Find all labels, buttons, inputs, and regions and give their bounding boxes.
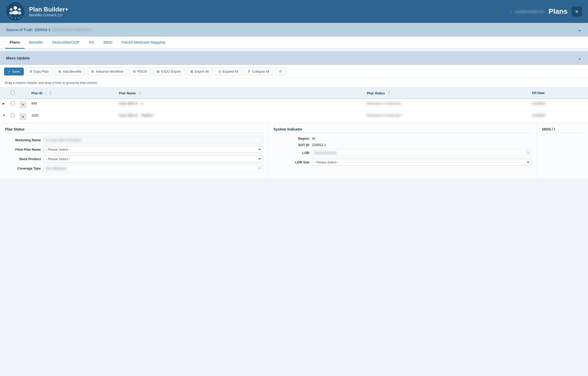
sot-expand-icon[interactable]: ⌄ [578,27,582,33]
app-header: Plan Builder+ Benefits Connect 2.0 👤 use… [0,0,588,23]
row-expand-icon[interactable]: ▶ [3,102,5,105]
tab-rx[interactable]: RX [84,36,99,49]
tab-benefits[interactable]: Benefits [24,36,47,49]
row-plan-status-cell: Released to Production [364,111,530,123]
sot-id-plain: 233553-1 [312,142,326,148]
base-product-select[interactable]: - Please Select - [43,155,263,162]
ssdu-export-button[interactable]: ⊠ SSDU Export [153,68,185,75]
collapse-all-button[interactable]: ⊼ Collapse All [244,68,273,75]
row-delete-button[interactable]: ✕ [20,113,26,120]
col-check-header [8,87,17,99]
app-logo [6,2,24,21]
plan-id-sort-icon[interactable]: ↑ [45,91,46,95]
table-header-row: Plan ID ↑ ⋮ Plan Name ⋮ Plan Status ⋮ Ef… [0,87,588,99]
advance-workflow-button[interactable]: ⚙ Advance Workflow [87,68,127,75]
plans-table-wrapper: Plan ID ↑ ⋮ Plan Name ⋮ Plan Status ⋮ Ef… [0,87,588,179]
row-delete-cell: ✕ [17,99,29,111]
expand-all-button[interactable]: ⊻ Expand All [215,68,242,75]
user-info: 👤 user@example.com [509,10,545,14]
row-expand-cell[interactable]: ▶ [0,99,8,111]
col-plan-name-header: Plan Name ⋮ [116,87,364,99]
marketing-name-value [43,137,263,144]
export-all-icon: ⊠ [190,70,193,73]
system-indicator-section: System Indicator Region HI SOT ID [268,123,537,178]
marketing-name-label: Marketing Name [5,138,41,142]
lob-sub-select[interactable]: - Please Select - [312,159,532,166]
tab-deductible[interactable]: Deductible/OOP [47,36,84,49]
toolbar: ✓ Save ⧉ Copy Plan ⊕ Add Benefits ⚙ Adva… [0,65,588,78]
system-indicator-title: System Indicator [274,127,532,133]
app-name: Plan Builder+ [29,6,68,13]
row-plan-name-cell: Gold HMO B ● [116,99,364,111]
plan-name-menu-icon[interactable]: ⋮ [137,91,143,95]
tab-plans[interactable]: Plans [5,36,24,49]
svg-point-3 [10,8,13,11]
advance-workflow-icon: ⚙ [91,70,94,73]
region-value: HI [312,137,532,140]
col-expand-header [0,87,8,99]
header-left: Plan Builder+ Benefits Connect 2.0 [6,2,68,21]
col-delete-header [17,87,29,99]
lob-value: Small Business [312,149,532,156]
save-label: Save [12,70,20,73]
add-benefits-icon: ⊕ [58,70,61,73]
menu-button[interactable]: ≡ [572,6,582,17]
plans-table: Plan ID ↑ ⋮ Plan Name ⋮ Plan Status ⋮ Ef… [0,87,588,179]
pdcr-icon: ⚙ [133,70,136,73]
plan-status-menu-icon[interactable]: ⋮ [386,91,392,95]
add-benefits-button[interactable]: ⊕ Add Benefits [55,68,85,75]
lob-label: LOB [274,151,309,155]
refresh-button[interactable]: ↺ [275,68,286,75]
sot-id-field: SOT ID 233553-1 [274,143,532,147]
row-checkbox[interactable] [11,101,15,105]
row-expand-icon[interactable]: ▼ [3,114,6,117]
lob-sub-field: LOB Sub - Please Select - [274,159,532,166]
tab-bbid[interactable]: BBID [99,36,117,49]
plan-status-section: Plan Status Marketing Name Filed Plan Na… [0,123,268,178]
coverage-type-select[interactable]: Non-Medicare [43,165,263,172]
base-product-field: Base Product - Please Select - [5,155,263,162]
header-right: 👤 user@example.com Plans ≡ [509,6,582,17]
hios-section: HIOS / I [537,123,588,178]
export-all-button[interactable]: ⊠ Export All [187,68,213,75]
expand-all-label: Expand All [223,70,238,73]
mass-update-bar: Mass Update ⌄ [0,51,588,65]
svg-point-6 [17,11,21,15]
detail-grid: Plan Status Marketing Name Filed Plan Na… [0,123,588,178]
pdcr-button[interactable]: ⚙ PDCR [129,68,151,75]
filed-plan-name-field: Filed Plan Name - Please Select - [5,146,263,153]
lob-sub-value: - Please Select - [312,159,532,166]
row-eff-date-cell: 1/1/2023 [530,111,588,123]
app-title-block: Plan Builder+ Benefits Connect 2.0 [29,6,68,17]
svg-point-2 [13,10,18,15]
row-plan-id-cell: 1000 [29,111,116,123]
tab-paired-medicare[interactable]: Paired Medicare Mapping [117,36,170,49]
row-delete-cell: ✕ [17,111,29,123]
lob-field: LOB Small Business [274,149,532,156]
expand-all-icon: ⊻ [218,70,221,73]
plan-id-menu-icon[interactable]: ⋮ [47,91,53,95]
row-plan-id-cell: 999 [29,99,116,111]
filed-plan-name-select[interactable]: - Please Select - [43,146,263,153]
select-all-checkbox[interactable] [11,91,15,95]
row-expand-cell[interactable]: ▼ [0,111,8,123]
sot-text: Source of Truth: 233553-1 Released to Pr… [6,28,91,32]
mass-update-expand-icon[interactable]: ⌄ [578,55,582,61]
svg-line-10 [9,16,10,17]
save-button[interactable]: ✓ Save [4,68,24,75]
coverage-type-value: Non-Medicare [43,165,263,172]
lob-select[interactable]: Small Business [312,149,532,156]
tabs-bar: Plans Benefits Deductible/OOP RX BBID Pa… [0,36,588,49]
ssdu-icon: ⊠ [157,70,160,73]
svg-point-1 [14,6,17,10]
row-delete-button[interactable]: ✕ [20,101,26,108]
marketing-name-input[interactable] [43,137,263,144]
export-all-label: Export All [195,70,209,73]
row-checkbox[interactable] [11,113,15,117]
row-check-cell [8,111,17,123]
copy-icon: ⧉ [30,69,32,73]
copy-plan-button[interactable]: ⧉ Copy Plan [26,67,53,75]
app-subtitle: Benefits Connect 2.0 [29,13,68,17]
row-eff-date-cell: 1/1/2023 [530,99,588,111]
svg-line-11 [20,16,21,17]
